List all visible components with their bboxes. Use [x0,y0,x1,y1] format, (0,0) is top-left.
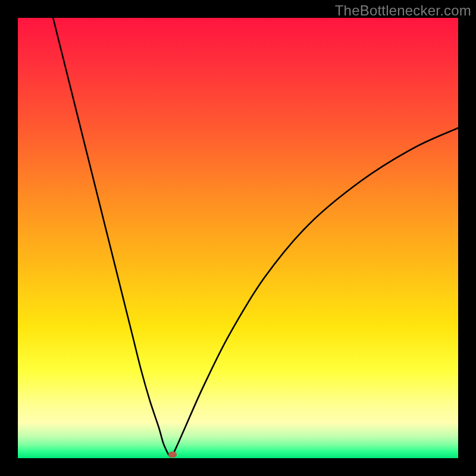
minimum-marker [168,452,177,458]
curve-path [53,18,458,457]
plot-area [18,18,458,458]
watermark-text: TheBottlenecker.com [335,2,471,19]
chart-frame: TheBottlenecker.com [0,0,476,476]
bottleneck-curve [18,18,458,458]
